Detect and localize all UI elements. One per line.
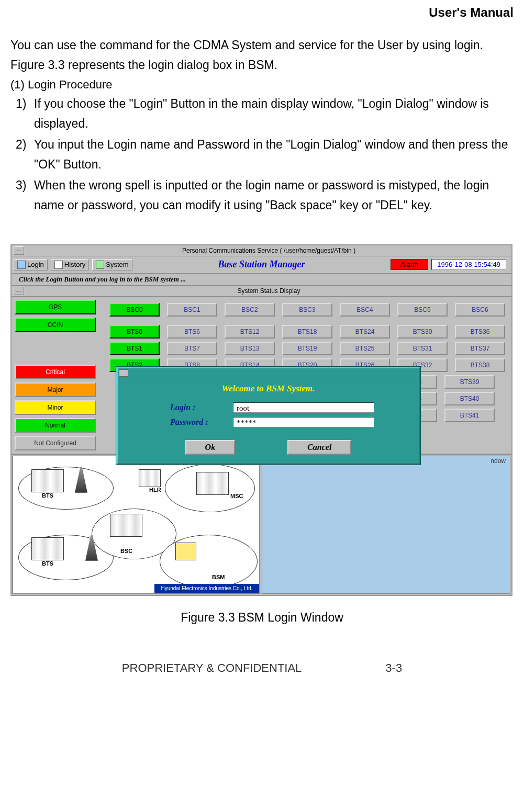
bsc-cell[interactable]: BSC2	[225, 303, 275, 317]
bsc-cell[interactable]: BSC0	[109, 303, 160, 317]
bts-cell[interactable]: BTS19	[282, 342, 332, 355]
gps-button[interactable]: GPS	[15, 300, 96, 314]
bsc-cell[interactable]: BSC1	[167, 303, 217, 317]
bts-cell[interactable]: BTS39	[444, 375, 495, 389]
system-icon	[96, 261, 104, 269]
legend-critical: Critical	[15, 365, 96, 379]
legend-minor: Minor	[15, 400, 96, 415]
login-icon	[17, 261, 26, 269]
network-diagram: BTS BTS BSC HLR MSC BSM Hyundai Electron…	[13, 456, 260, 594]
bsc-cell[interactable]: BSC3	[282, 303, 332, 317]
bts-cell[interactable]: BTS38	[455, 358, 505, 372]
page-footer: PROPRIETARY & CONFIDENTIAL 3-3	[10, 661, 514, 675]
alarm-button[interactable]: Alarm	[391, 259, 428, 270]
bts-cell[interactable]: BTS30	[397, 325, 448, 339]
bts-cell[interactable]: BTS12	[225, 325, 275, 339]
map-panel: ndow	[262, 456, 510, 594]
login-dialog: Welcome to BSM System. Login : root Pass…	[116, 367, 420, 465]
tower-icon	[73, 467, 89, 493]
page-header: User's Manual	[10, 5, 514, 20]
legend-not-configured: Not Configured	[15, 436, 96, 450]
legend-major: Major	[15, 382, 96, 397]
bsc-row: BSC0 BSC1 BSC2 BSC3 BSC4 BSC5 BSC6	[101, 303, 509, 317]
status-subtitle: System Status Display	[26, 287, 511, 295]
ok-button[interactable]: Ok	[185, 440, 236, 455]
ccin-button[interactable]: CCIN	[15, 318, 96, 332]
bsc-cell[interactable]: BSC4	[340, 303, 390, 317]
cancel-button[interactable]: Cancel	[287, 440, 351, 455]
footer-right: 3-3	[385, 661, 402, 675]
bottom-panels: BTS BTS BSC HLR MSC BSM Hyundai Electron…	[12, 454, 511, 595]
bts-cell[interactable]: BTS25	[340, 342, 390, 355]
bts-cell[interactable]: BTS1	[109, 342, 160, 355]
bts-cell[interactable]: BTS41	[444, 409, 495, 422]
login-welcome: Welcome to BSM System.	[118, 378, 419, 400]
bts-cell[interactable]: BTS6	[167, 325, 217, 339]
bts-cell[interactable]: BTS31	[397, 342, 448, 355]
password-input[interactable]: *****	[233, 417, 374, 427]
step-2: You input the Login name and Password in…	[34, 138, 508, 171]
login-button[interactable]: Login	[14, 259, 48, 270]
left-column: GPS CCIN Critical Major Minor Normal Not…	[12, 297, 99, 454]
figure-caption: Figure 3.3 BSM Login Window	[10, 611, 514, 625]
window-title: Personal Communications Service ( /user/…	[26, 247, 511, 254]
password-label: Password :	[170, 418, 233, 427]
brand-footer: Hyundai Electronics Industries Co., Ltd.	[154, 584, 259, 593]
map-title-fragment: ndow	[490, 457, 506, 465]
step-3: When the wrong spell is inputted or the …	[34, 178, 489, 212]
bts-cell[interactable]: BTS40	[444, 392, 495, 405]
bts-cell[interactable]: BTS13	[225, 342, 275, 355]
bts-cell[interactable]: BTS24	[340, 325, 390, 339]
procedure-list: 1)If you choose the "Login" Button in th…	[10, 94, 514, 216]
bts-row: BTS0 BTS6 BTS12 BTS18 BTS24 BTS30 BTS36	[101, 325, 509, 339]
step-1: If you choose the "Login" Button in the …	[34, 97, 489, 130]
login-input[interactable]: root	[233, 402, 374, 413]
app-title: Base Station Manager	[136, 259, 388, 270]
history-icon	[54, 261, 63, 269]
login-label: Login :	[170, 403, 233, 412]
toolbar: Login History System Base Station Manage…	[12, 256, 511, 274]
bts-row: BTS1 BTS7 BTS13 BTS19 BTS25 BTS31 BTS37	[101, 342, 509, 355]
intro-text: You can use the command for the CDMA Sys…	[10, 36, 514, 75]
login-titlebar	[118, 368, 419, 378]
system-menu-icon[interactable]	[119, 369, 128, 377]
bsc-cell[interactable]: BSC6	[455, 303, 505, 317]
bts-cell[interactable]: BTS7	[167, 342, 217, 355]
footer-left: PROPRIETARY & CONFIDENTIAL	[122, 661, 302, 675]
status-titlebar: — System Status Display	[12, 286, 511, 297]
hint-bar: Click the Login Button and you log in to…	[12, 274, 511, 286]
bts-cell[interactable]: BTS37	[455, 342, 505, 355]
bsm-window: — Personal Communications Service ( /use…	[10, 244, 512, 596]
legend-normal: Normal	[15, 418, 96, 433]
bts-cell[interactable]: BTS18	[282, 325, 332, 339]
window-titlebar: — Personal Communications Service ( /use…	[12, 245, 511, 256]
bts-cell[interactable]: BTS36	[455, 325, 505, 339]
tower-icon	[84, 535, 99, 561]
bsc-cell[interactable]: BSC5	[397, 303, 448, 317]
section-label: (1) Login Procedure	[10, 75, 514, 94]
clock: 1996-12-08 15:54:49	[431, 259, 506, 270]
bts-cell[interactable]: BTS0	[109, 325, 160, 339]
system-button[interactable]: System	[92, 259, 132, 270]
system-menu-icon[interactable]: —	[14, 246, 24, 255]
history-button[interactable]: History	[51, 259, 89, 270]
system-menu-icon[interactable]: —	[14, 287, 24, 295]
